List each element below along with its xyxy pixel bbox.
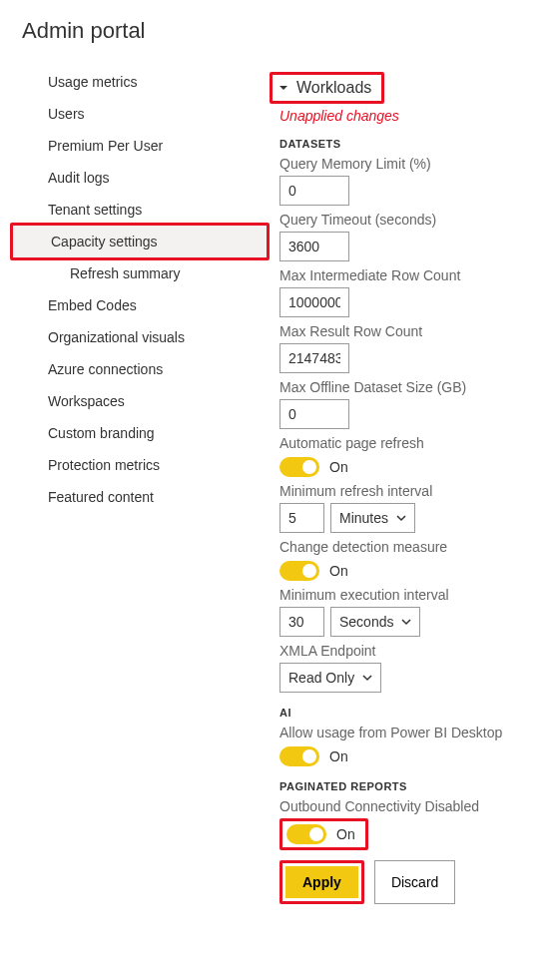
label-max-intermediate: Max Intermediate Row Count	[279, 267, 502, 283]
toggle-ai-allow-state: On	[329, 748, 348, 764]
workloads-header[interactable]: Workloads	[273, 75, 381, 101]
chevron-down-icon	[396, 513, 406, 523]
nav-premium-per-user[interactable]: Premium Per User	[0, 130, 270, 162]
workloads-title: Workloads	[296, 79, 371, 97]
label-auto-refresh: Automatic page refresh	[279, 435, 502, 451]
nav-audit-logs[interactable]: Audit logs	[0, 162, 270, 194]
input-min-refresh[interactable]	[279, 503, 324, 533]
select-min-refresh-unit-value: Minutes	[339, 510, 388, 526]
nav-users[interactable]: Users	[0, 98, 270, 130]
toggle-auto-refresh-state: On	[329, 459, 348, 475]
label-min-refresh: Minimum refresh interval	[279, 483, 502, 499]
page-title: Admin portal	[0, 0, 556, 66]
toggle-change-detect-state: On	[329, 563, 348, 579]
caret-down-icon	[278, 83, 288, 93]
nav-tenant-settings[interactable]: Tenant settings	[0, 194, 270, 226]
highlight-workloads: Workloads	[270, 72, 384, 104]
select-xmla-value: Read Only	[288, 670, 354, 686]
input-min-exec[interactable]	[279, 607, 324, 637]
nav-embed-codes[interactable]: Embed Codes	[0, 289, 270, 321]
discard-button[interactable]: Discard	[374, 860, 455, 904]
unapplied-changes: Unapplied changes	[279, 108, 502, 124]
label-max-offline: Max Offline Dataset Size (GB)	[279, 379, 502, 395]
apply-button[interactable]: Apply	[285, 866, 358, 898]
section-ai: AI	[279, 707, 502, 719]
label-change-detect: Change detection measure	[279, 539, 502, 555]
label-ai-allow: Allow usage from Power BI Desktop	[279, 725, 502, 740]
input-query-timeout[interactable]	[279, 232, 349, 261]
nav-custom-branding[interactable]: Custom branding	[0, 417, 270, 449]
content: Workloads Unapplied changes DATASETS Que…	[270, 66, 502, 904]
toggle-outbound-state: On	[336, 826, 355, 842]
label-min-exec: Minimum execution interval	[279, 587, 502, 603]
highlight-outbound-toggle: On	[279, 818, 368, 850]
label-xmla: XMLA Endpoint	[279, 643, 502, 659]
chevron-down-icon	[362, 673, 372, 683]
select-xmla[interactable]: Read Only	[279, 663, 381, 693]
toggle-ai-allow[interactable]	[279, 746, 319, 766]
nav-azure-connections[interactable]: Azure connections	[0, 353, 270, 385]
toggle-change-detect[interactable]	[279, 561, 319, 581]
chevron-down-icon	[401, 617, 411, 627]
nav-protection-metrics[interactable]: Protection metrics	[0, 449, 270, 481]
input-max-offline[interactable]	[279, 399, 349, 429]
select-min-exec-unit[interactable]: Seconds	[330, 607, 420, 637]
input-query-memory[interactable]	[279, 176, 349, 206]
highlight-capacity-settings: Capacity settings	[10, 223, 270, 260]
label-query-memory: Query Memory Limit (%)	[279, 156, 502, 172]
highlight-apply: Apply	[279, 860, 364, 904]
nav-refresh-summary[interactable]: Refresh summary	[0, 257, 270, 289]
input-max-intermediate[interactable]	[279, 287, 349, 317]
toggle-auto-refresh[interactable]	[279, 457, 319, 477]
section-paginated: PAGINATED REPORTS	[279, 780, 502, 792]
label-query-timeout: Query Timeout (seconds)	[279, 212, 502, 228]
sidebar: Usage metrics Users Premium Per User Aud…	[0, 66, 270, 904]
section-datasets: DATASETS	[279, 138, 502, 150]
label-outbound: Outbound Connectivity Disabled	[279, 798, 502, 814]
select-min-exec-unit-value: Seconds	[339, 614, 393, 630]
nav-featured-content[interactable]: Featured content	[0, 481, 270, 513]
nav-organizational-visuals[interactable]: Organizational visuals	[0, 321, 270, 353]
label-max-result: Max Result Row Count	[279, 323, 502, 339]
nav-capacity-settings[interactable]: Capacity settings	[13, 226, 267, 257]
input-max-result[interactable]	[279, 343, 349, 373]
nav-workspaces[interactable]: Workspaces	[0, 385, 270, 417]
toggle-outbound[interactable]	[286, 824, 326, 844]
nav-usage-metrics[interactable]: Usage metrics	[0, 66, 270, 98]
select-min-refresh-unit[interactable]: Minutes	[330, 503, 415, 533]
